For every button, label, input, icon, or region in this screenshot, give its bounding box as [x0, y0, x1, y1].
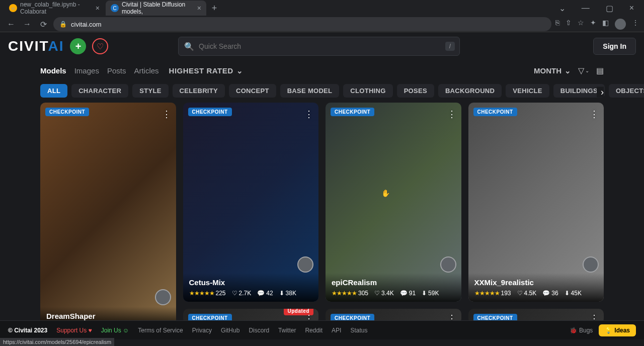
browser-tab-colab[interactable]: ∞ new_colab_file.ipynb - Colaborat × [4, 1, 105, 16]
chevron-down-icon[interactable]: ⌄ [555, 2, 570, 15]
pill-character[interactable]: CHARACTER [71, 84, 128, 98]
extensions-icon[interactable]: ✦ [590, 19, 596, 30]
model-card-epicrealism[interactable]: CHECKPOINT ⋮ epiCRealism ★★★★★ 305 ♡ 3.4… [326, 103, 461, 302]
star-icon: ★★★★★ [189, 290, 214, 297]
footer-link-support[interactable]: Support Us ♥ [56, 327, 92, 334]
footer-link-api[interactable]: API [332, 327, 341, 334]
nav-tab-images[interactable]: Images [74, 64, 99, 77]
card-menu-icon[interactable]: ⋮ [162, 109, 171, 120]
download-icon: ⬇ [422, 290, 427, 297]
nav-tab-articles[interactable]: Articles [134, 64, 158, 77]
browser-chrome: ∞ new_colab_file.ipynb - Colaborat × C C… [0, 0, 644, 32]
layout-toggle[interactable]: ▤ [596, 66, 604, 75]
tab-bar: ∞ new_colab_file.ipynb - Colaborat × C C… [0, 0, 644, 16]
pill-base-model[interactable]: BASE MODEL [280, 84, 340, 98]
pill-celebrity[interactable]: CELEBRITY [173, 84, 225, 98]
footer-link-reddit[interactable]: Reddit [305, 327, 323, 334]
download-icon: ⬇ [565, 290, 570, 297]
profile-avatar[interactable] [615, 19, 626, 30]
app-header: CIVITAI + ♡ 🔍 / Sign In [0, 32, 644, 60]
browser-tab-civitai[interactable]: C Civitai | Stable Diffusion models, × [106, 1, 206, 16]
maximize-icon[interactable]: ▢ [602, 2, 617, 15]
sidepanel-icon[interactable]: ◧ [602, 19, 609, 30]
categories-next-button[interactable]: › [597, 86, 604, 97]
nav-tab-models[interactable]: Models [40, 64, 66, 77]
model-card-xxmix[interactable]: CHECKPOINT ⋮ XXMix_9realistic ★★★★★ 193 … [468, 103, 604, 302]
card-title: Cetus-Mix [189, 278, 313, 287]
comment-icon: 💬 [400, 290, 408, 297]
tab-title: Civitai | Stable Diffusion models, [122, 1, 191, 15]
category-pills: ALL CHARACTER STYLE CELEBRITY CONCEPT BA… [0, 81, 644, 103]
address-bar: ← → ⟳ 🔒 civitai.com ⎘ ⇧ ☆ ✦ ◧ ⋮ [0, 16, 644, 32]
search-icon: 🔍 [184, 42, 194, 51]
star-icon: ★★★★★ [332, 290, 357, 297]
status-bar: https://civitai.com/models/25694/epicrea… [0, 338, 114, 346]
pill-style[interactable]: STYLE [132, 84, 168, 98]
window-controls: ⌄ — ▢ × [555, 2, 644, 15]
pill-objects[interactable]: OBJECTS [609, 84, 644, 98]
reload-button[interactable]: ⟳ [37, 18, 49, 30]
ideas-button[interactable]: 💡Ideas [599, 324, 636, 336]
favorites-button[interactable]: ♡ [92, 38, 108, 54]
footer-link-github[interactable]: GitHub [221, 327, 239, 334]
nav-tabs: Models Images Posts Articles [40, 64, 159, 77]
colab-favicon-icon: ∞ [9, 4, 17, 12]
close-icon[interactable]: × [96, 4, 100, 12]
checkpoint-badge: CHECKPOINT [188, 108, 232, 116]
pill-clothing[interactable]: CLOTHING [343, 84, 392, 98]
footer-link-join[interactable]: Join Us ☺ [101, 327, 129, 334]
card-menu-icon[interactable]: ⋮ [447, 109, 456, 120]
share-icon[interactable]: ⇧ [566, 19, 572, 30]
card-stats: ★★★★★ 305 ♡ 3.4K 💬 91 ⬇ 59K [332, 290, 455, 297]
pill-background[interactable]: BACKGROUND [438, 84, 502, 98]
close-window-icon[interactable]: × [625, 2, 638, 15]
card-stats: ★★★★★ 193 ♡ 4.5K 💬 36 ⬇ 45K [474, 290, 598, 297]
filter-button[interactable]: ▽⌄ [578, 66, 589, 75]
search-input[interactable] [178, 37, 460, 56]
creator-avatar[interactable] [583, 256, 599, 273]
card-menu-icon[interactable]: ⋮ [304, 109, 313, 120]
bookmark-icon[interactable]: ☆ [578, 19, 584, 30]
checkpoint-badge: CHECKPOINT [45, 108, 89, 116]
pill-vehicle[interactable]: VEHICLE [506, 84, 549, 98]
model-card-cetusmix[interactable]: CHECKPOINT ⋮ Cetus-Mix ★★★★★ 225 ♡ 2.7K … [183, 103, 319, 302]
model-card-dreamshaper[interactable]: CHECKPOINT ⋮ DreamShaper [40, 103, 176, 326]
card-menu-icon[interactable]: ⋮ [590, 109, 599, 120]
civitai-favicon-icon: C [111, 4, 119, 12]
new-tab-button[interactable]: + [207, 1, 221, 15]
back-button[interactable]: ← [5, 18, 17, 30]
close-icon[interactable]: × [197, 4, 201, 12]
comment-icon: 💬 [542, 290, 550, 297]
card-title: XXMix_9realistic [474, 278, 598, 287]
checkpoint-badge: CHECKPOINT [331, 108, 374, 116]
period-dropdown[interactable]: MONTH ⌄ [534, 66, 571, 75]
url-bar[interactable]: 🔒 civitai.com [53, 17, 551, 31]
card-stats: ★★★★★ 225 ♡ 2.7K 💬 42 ⬇ 38K [189, 290, 313, 297]
search-wrap: 🔍 / [178, 37, 460, 56]
bugs-button[interactable]: 🐞Bugs [570, 327, 593, 334]
pill-all[interactable]: ALL [40, 84, 67, 98]
forward-button[interactable]: → [21, 18, 33, 30]
footer-link-status[interactable]: Status [350, 327, 367, 334]
signin-button[interactable]: Sign In [593, 38, 636, 55]
footer-link-discord[interactable]: Discord [249, 327, 269, 334]
heart-icon: ♡ [232, 290, 237, 297]
install-icon[interactable]: ⎘ [555, 19, 559, 30]
civitai-logo[interactable]: CIVITAI [8, 38, 64, 54]
minimize-icon[interactable]: — [578, 2, 594, 15]
pill-concept[interactable]: CONCEPT [229, 84, 276, 98]
creator-avatar[interactable] [155, 289, 171, 305]
creator-avatar[interactable] [440, 256, 456, 273]
nav-tab-posts[interactable]: Posts [107, 64, 126, 77]
creator-avatar[interactable] [297, 256, 313, 273]
create-button[interactable]: + [70, 38, 86, 54]
copyright: © Civitai 2023 [8, 327, 47, 334]
sort-dropdown[interactable]: HIGHEST RATED ⌄ [169, 66, 243, 75]
lock-icon: 🔒 [59, 21, 67, 28]
footer-link-privacy[interactable]: Privacy [192, 327, 212, 334]
footer-link-tos[interactable]: Terms of Service [138, 327, 183, 334]
footer-link-twitter[interactable]: Twitter [278, 327, 296, 334]
menu-icon[interactable]: ⋮ [632, 19, 639, 30]
download-icon: ⬇ [279, 290, 284, 297]
pill-poses[interactable]: POSES [397, 84, 434, 98]
